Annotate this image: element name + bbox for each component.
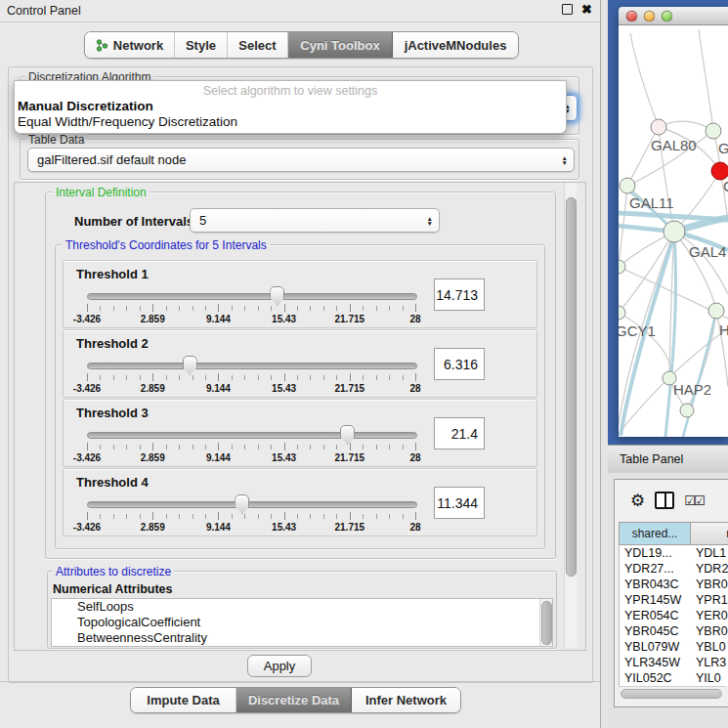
tick-mark	[126, 445, 127, 450]
tab-network[interactable]: Network	[85, 32, 175, 58]
tick-mark	[244, 375, 245, 380]
tick-label: 28	[409, 522, 420, 533]
table-toolbar: ⚙ ☑☑	[615, 480, 728, 521]
tick-mark	[258, 306, 259, 311]
minimize-traffic-light-icon[interactable]	[644, 11, 655, 21]
slider-track[interactable]	[87, 432, 417, 439]
tick-mark	[284, 373, 285, 381]
close-icon[interactable]: ✖	[581, 3, 592, 16]
threshold-value-field[interactable]: 21.4	[434, 417, 485, 450]
apply-button[interactable]: Apply	[247, 655, 312, 677]
gear-icon[interactable]: ⚙	[630, 492, 645, 509]
attributes-group-label: Attributes to discretize	[53, 565, 174, 578]
table-row[interactable]: YLR345WYLR3	[620, 655, 728, 670]
tick-mark	[415, 443, 416, 450]
settings-vertical-scrollbar[interactable]	[564, 183, 577, 648]
table-data-combobox[interactable]: galFiltered.sif default node ▲▼	[27, 148, 575, 172]
tick-mark	[403, 514, 404, 519]
slider-thumb[interactable]	[270, 286, 284, 306]
scrollbar-thumb[interactable]	[541, 601, 552, 645]
table-row[interactable]: YBR045CYBR0	[620, 623, 728, 639]
tick-mark	[350, 304, 351, 312]
tab-label: Infer Network	[365, 693, 447, 707]
tick-label: -3.426	[73, 383, 101, 394]
network-node-green[interactable]	[664, 221, 685, 242]
tick-mark	[100, 445, 101, 450]
float-window-icon[interactable]	[562, 4, 573, 15]
threshold-panel-3: Threshold 3-3.4262.8599.14415.4321.71528…	[63, 399, 537, 467]
numerical-attributes-list[interactable]: SelfLoopsTopologicalCoefficientBetweenne…	[51, 598, 553, 647]
slider-thumb[interactable]	[235, 494, 249, 514]
number-of-intervals-combobox[interactable]: 5 ▲▼	[190, 208, 440, 233]
tab-label: Impute Data	[147, 693, 219, 707]
table-row[interactable]: YER054CYER0	[620, 608, 728, 623]
tab-discretize-data[interactable]: Discretize Data	[236, 688, 352, 712]
popup-item-manual-discretization[interactable]: Manual Discretization	[18, 99, 153, 113]
slider-thumb[interactable]	[183, 356, 197, 375]
network-node-green[interactable]	[708, 303, 724, 319]
threshold-value-field[interactable]: 6.316	[434, 348, 485, 380]
tick-mark	[363, 445, 364, 450]
tab-cyni-toolbox[interactable]: Cyni Toolbox	[288, 32, 393, 58]
table-row[interactable]: YDL19...YDL1	[620, 545, 728, 561]
tab-style[interactable]: Style	[175, 32, 228, 58]
tab-impute-data[interactable]: Impute Data	[131, 688, 236, 712]
number-of-intervals-label: Number of Intervals	[74, 214, 193, 229]
tick-mark	[87, 512, 88, 520]
interval-definition-label: Interval Definition	[53, 186, 150, 199]
column-header-name[interactable]: n	[691, 522, 728, 545]
tick-mark	[205, 306, 206, 311]
network-node-label: GAL11	[629, 194, 674, 211]
tab-infer-network[interactable]: Infer Network	[352, 688, 460, 712]
table-horizontal-scrollbar[interactable]	[619, 686, 725, 699]
tab-label: Cyni Toolbox	[300, 38, 379, 53]
table-data-value: galFiltered.sif default node	[37, 152, 186, 167]
threshold-label: Threshold 2	[76, 336, 149, 351]
attribute-list-item[interactable]: TopologicalCoefficient	[52, 615, 552, 630]
attribute-list-item[interactable]: BetweennessCentrality	[52, 630, 552, 646]
tick-mark	[363, 306, 364, 311]
table-row[interactable]: YBL079WYBL0	[620, 639, 728, 655]
network-node-pink[interactable]	[651, 119, 666, 135]
table-row[interactable]: YBR043CYBR0	[620, 577, 728, 592]
tab-select[interactable]: Select	[228, 32, 288, 58]
control-panel-tabs: NetworkStyleSelectCyni ToolboxjActiveMNo…	[84, 31, 519, 59]
tick-mark	[310, 306, 311, 311]
zoom-traffic-light-icon[interactable]	[662, 11, 672, 21]
network-node-green[interactable]	[619, 306, 625, 320]
attribute-list-item[interactable]: SelfLoops	[52, 599, 552, 615]
network-window-titlebar[interactable]	[619, 7, 728, 25]
popup-item-equal-width-frequency[interactable]: Equal Width/Frequency Discretization	[18, 114, 237, 129]
slider-track[interactable]	[87, 501, 417, 508]
tick-mark	[232, 445, 233, 450]
select-columns-icon[interactable]: ☑☑	[684, 493, 703, 508]
network-canvas[interactable]: GAL80GACGAL11GAL4GCY1HHAP2	[619, 25, 728, 437]
network-node-green[interactable]	[706, 123, 721, 139]
tick-mark	[152, 443, 153, 450]
threshold-label: Threshold 4	[76, 475, 149, 490]
scrollbar-thumb[interactable]	[621, 689, 722, 699]
tab-jactivemnodules[interactable]: jActiveMNodules	[393, 32, 518, 58]
network-node-green[interactable]	[620, 178, 635, 193]
slider-track[interactable]	[87, 293, 417, 300]
attributes-list-scrollbar[interactable]	[539, 599, 552, 646]
tick-label: 21.715	[335, 452, 365, 463]
tick-mark	[336, 375, 337, 380]
table-row[interactable]: YDR27...YDR2	[620, 561, 728, 577]
column-header-shared-name[interactable]: shared...	[619, 522, 691, 545]
table-row[interactable]: YIL052CYIL0	[620, 670, 728, 686]
slider-thumb[interactable]	[340, 425, 355, 445]
tick-mark	[376, 375, 377, 380]
table-row[interactable]: YPR145WYPR1	[620, 592, 728, 608]
threshold-value-field[interactable]: 14.713	[434, 278, 485, 311]
tick-mark	[350, 512, 351, 520]
network-node-green[interactable]	[680, 404, 694, 417]
threshold-value-field[interactable]: 11.344	[434, 487, 485, 519]
tick-mark	[232, 514, 233, 519]
close-traffic-light-icon[interactable]	[626, 11, 637, 21]
tick-label: 15.43	[272, 522, 296, 533]
scrollbar-thumb[interactable]	[566, 197, 577, 577]
slider-track[interactable]	[87, 363, 417, 369]
table-rows[interactable]: YDL19...YDL1YDR27...YDR2YBR043CYBR0YPR14…	[619, 545, 728, 686]
split-view-icon[interactable]	[655, 492, 674, 509]
